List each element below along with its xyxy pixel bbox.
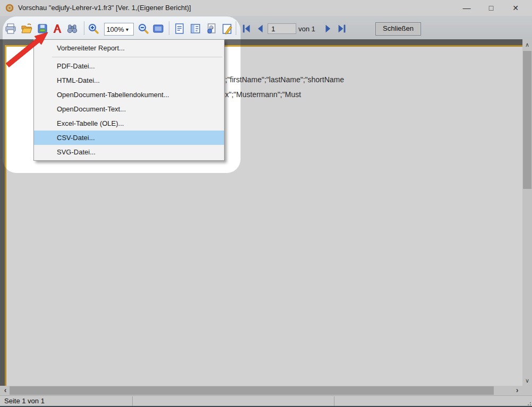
menu-separator: [52, 57, 222, 57]
last-page-icon: [336, 23, 348, 34]
maximize-button[interactable]: □: [479, 0, 503, 16]
menu-item-pdf-datei[interactable]: PDF-Datei...: [34, 59, 224, 73]
document-text-line: x";"Mustermann";"Must: [225, 90, 301, 99]
vertical-scroll-thumb[interactable]: [523, 51, 531, 189]
save-button[interactable]: [35, 21, 50, 36]
menu-item-svg-datei[interactable]: SVG-Datei...: [34, 145, 224, 159]
chevron-down-icon: ▾: [126, 27, 133, 32]
page-count-label: von 1: [298, 25, 315, 33]
first-page-button[interactable]: [239, 21, 254, 36]
export-pdf-button[interactable]: [50, 21, 65, 36]
resize-grip[interactable]: [526, 400, 531, 405]
zoom-level-value: 100%: [105, 25, 126, 33]
save-icon: [36, 22, 49, 35]
menu-item-csv-datei[interactable]: CSV-Datei...: [34, 131, 224, 145]
horizontal-scroll-thumb[interactable]: [10, 386, 494, 395]
app-logo-icon: [5, 4, 14, 12]
binoculars-icon: [66, 22, 79, 35]
statusbar-divider: [334, 396, 334, 406]
toolbar-separator: [84, 21, 84, 35]
scroll-down-icon[interactable]: ∨: [522, 376, 532, 385]
fullscreen-icon: [152, 22, 165, 35]
page-settings-icon: [205, 22, 218, 35]
close-window-button[interactable]: ✕: [503, 0, 528, 16]
menu-item-vorbereiteter-report[interactable]: Vorbereiteter Report...: [34, 41, 224, 55]
previous-page-icon: [254, 23, 266, 34]
outline-button[interactable]: [188, 21, 203, 36]
vertical-scrollbar[interactable]: ∧ ∨: [522, 39, 532, 386]
toolbar-separator: [236, 21, 236, 35]
menu-item-opendocument-tabellendokument[interactable]: OpenDocument-Tabellendokument...: [34, 88, 224, 102]
horizontal-scrollbar[interactable]: ‹ ›: [0, 386, 522, 395]
pdf-icon: [51, 22, 64, 35]
open-button[interactable]: [19, 21, 34, 36]
export-menu: Vorbereiteter Report... PDF-Datei... HTM…: [33, 39, 225, 161]
print-button[interactable]: [3, 21, 18, 36]
statusbar-divider: [132, 396, 133, 406]
statusbar: Seite 1 von 1: [0, 395, 532, 406]
menu-item-opendocument-text[interactable]: OpenDocument-Text...: [34, 102, 224, 116]
menu-item-excel-tabelle[interactable]: Excel-Tabelle (OLE)...: [34, 116, 224, 131]
next-page-button[interactable]: [321, 21, 336, 36]
close-preview-button[interactable]: Schließen: [375, 22, 421, 36]
scroll-right-icon[interactable]: ›: [513, 386, 521, 395]
edit-pencil-icon: [221, 22, 234, 35]
toolbar-separator: [169, 21, 169, 35]
zoom-in-icon: [87, 22, 100, 35]
document-text-line: ;"firstName";"lastName";"shortName: [225, 75, 344, 84]
previous-page-button[interactable]: [253, 21, 268, 36]
menu-item-html-datei[interactable]: HTML-Datei...: [34, 73, 224, 88]
next-page-icon: [322, 23, 334, 34]
zoom-out-icon: [137, 22, 150, 35]
outline-icon: [189, 22, 202, 35]
page-properties-icon: [173, 22, 186, 35]
preview-window: Vorschau "edjufy-Lehrer-v1.fr3" [Ver. 1,…: [0, 0, 532, 407]
open-folder-icon: [20, 22, 33, 35]
zoom-out-button[interactable]: [136, 21, 151, 36]
page-settings-button[interactable]: [204, 21, 219, 36]
status-page-info: Seite 1 von 1: [4, 397, 45, 405]
toolbar: 100% ▾: [0, 16, 532, 40]
find-button[interactable]: [65, 21, 80, 36]
scroll-left-icon[interactable]: ‹: [1, 386, 10, 395]
zoom-level-combo[interactable]: 100% ▾: [104, 23, 134, 36]
first-page-icon: [241, 23, 252, 34]
last-page-button[interactable]: [334, 21, 349, 36]
print-icon: [4, 22, 17, 35]
scroll-up-icon[interactable]: ∧: [522, 40, 532, 49]
page-number-input[interactable]: [268, 23, 296, 34]
fullscreen-button[interactable]: [151, 21, 166, 36]
scrollbar-corner: [522, 386, 532, 395]
zoom-in-button[interactable]: [86, 21, 101, 36]
titlebar: Vorschau "edjufy-Lehrer-v1.fr3" [Ver. 1,…: [0, 0, 532, 16]
minimize-button[interactable]: —: [454, 0, 479, 16]
window-title: Vorschau "edjufy-Lehrer-v1.fr3" [Ver. 1,…: [18, 0, 191, 16]
page-properties-button[interactable]: [172, 21, 187, 36]
edit-page-button[interactable]: [220, 21, 235, 36]
